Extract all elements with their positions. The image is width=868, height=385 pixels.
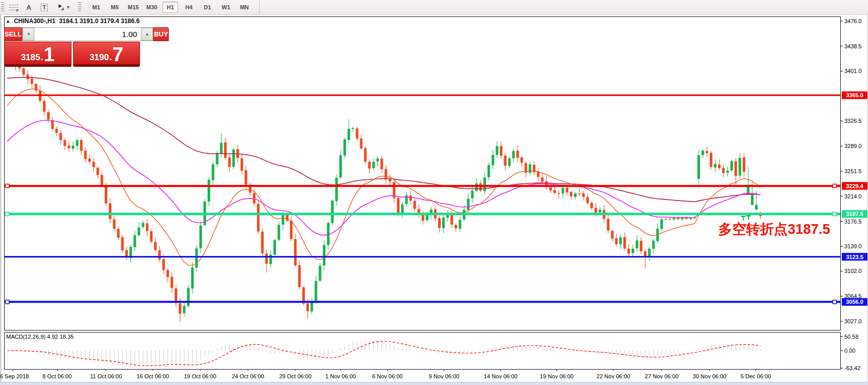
sell-price-sep: .	[41, 53, 43, 63]
candle-body	[373, 162, 375, 168]
toolbar-drag-handle-2[interactable]	[78, 2, 81, 12]
date-tick-label: 26 Sep 2018	[0, 373, 29, 379]
text-tool-icon: A	[26, 4, 31, 11]
chart-text-annotation[interactable]: 多空转折点3187.5	[718, 220, 830, 239]
timeframe-button-H4[interactable]: H4	[181, 2, 197, 13]
timeframe-button-M15[interactable]: M15	[126, 2, 141, 13]
candle-body	[377, 158, 379, 161]
candle-body	[751, 195, 754, 205]
candle-body	[628, 249, 630, 253]
date-tick-label: 19 Nov 06:00	[540, 373, 573, 379]
line-handle[interactable]	[833, 212, 837, 216]
collapse-panel-arrow[interactable]: ▲	[6, 19, 10, 24]
candle-body	[689, 218, 692, 219]
candle-body	[121, 237, 124, 251]
candle-body	[163, 259, 165, 270]
volume-input[interactable]	[34, 28, 141, 41]
buy-price-main: 3190	[90, 53, 109, 63]
timeframe-button-MN[interactable]: MN	[237, 2, 252, 13]
candle-body	[348, 129, 350, 140]
sell-price-tile[interactable]: 3185 . 1	[4, 42, 72, 67]
macd-indicator-label: MACD(12,26,9) 4.92 18.35	[6, 334, 74, 340]
price-label-text: 3365.0	[846, 92, 863, 98]
candle-body	[504, 156, 507, 166]
volume-increase-button[interactable]: ▲	[141, 28, 153, 41]
buy-price-tile[interactable]: 3190 . 7	[73, 42, 140, 67]
sell-button[interactable]: SELL	[4, 27, 22, 41]
candle-body	[611, 231, 614, 239]
candle-body	[171, 277, 173, 288]
candle-body	[117, 229, 120, 237]
candle-body	[298, 265, 301, 287]
candle-body	[640, 241, 643, 251]
toolbar: F A T ▾ M1M5M15M30H1H4D1W1MN	[0, 0, 868, 15]
candle-body	[150, 231, 153, 242]
price-tick-label: 3251.5	[844, 168, 862, 174]
buy-price-sep: .	[110, 53, 112, 63]
line-handle[interactable]	[833, 184, 837, 188]
candle-body	[743, 157, 746, 172]
line-handle[interactable]	[6, 184, 9, 188]
timeframe-button-M1[interactable]: M1	[88, 2, 104, 13]
date-tick-label: 19 Oct 06:00	[184, 373, 217, 379]
arrows-tool-button[interactable]: ▾	[55, 2, 72, 13]
date-tick-label: 1 Nov 06:00	[325, 373, 356, 379]
date-tick-label: 6 Nov 06:00	[372, 373, 402, 379]
candle-body	[257, 204, 260, 232]
candle-body	[648, 249, 651, 256]
candle-body	[636, 241, 639, 248]
toolbar-drag-handle[interactable]	[1, 2, 4, 12]
candle-body	[319, 266, 322, 281]
ma-16-line	[7, 89, 760, 265]
candle-body	[245, 170, 247, 185]
timeframe-button-M5[interactable]: M5	[107, 2, 122, 13]
sell-price-big-digit: 1	[44, 47, 55, 63]
timeframe-button-W1[interactable]: W1	[218, 2, 234, 13]
candle-body	[72, 145, 75, 149]
candle-body	[727, 171, 729, 173]
candle-body	[739, 158, 741, 175]
candle-body	[731, 161, 733, 170]
candle-body	[331, 200, 334, 223]
buy-button[interactable]: BUY	[153, 27, 168, 41]
price-axis: 3476.03438.53401.03326.53289.03251.53214…	[840, 18, 862, 371]
candle-body	[146, 224, 149, 231]
candle-body	[714, 164, 717, 168]
candle-body	[68, 145, 70, 148]
volume-decrease-button[interactable]: ▼	[23, 28, 34, 41]
chart-header: ▲ CHINA300-,H1 3184.1 3191.0 3179.4 3186…	[6, 17, 139, 25]
candle-body	[455, 225, 457, 229]
timeframe-button-D1[interactable]: D1	[200, 2, 215, 13]
price-tick-label: 3102.0	[844, 268, 862, 274]
one-click-trading-panel: SELL ▼ ▲ BUY 3185 . 1 3190 . 7	[4, 27, 140, 67]
line-handle[interactable]	[6, 300, 9, 304]
timeframe-button-H1[interactable]: H1	[163, 2, 178, 13]
label-tool-button[interactable]: T	[38, 2, 50, 13]
candle-body	[364, 148, 367, 161]
date-tick-label: 30 Nov 06:00	[693, 373, 726, 379]
macd-layer	[7, 340, 760, 367]
candle-body	[381, 159, 383, 169]
symbol-period-label: CHINA300-,H1	[14, 17, 56, 25]
date-tick-label: 27 Nov 06:00	[645, 373, 678, 379]
price-tick-label: 3214.0	[844, 193, 862, 199]
candle-body	[352, 128, 355, 129]
candle-body	[93, 162, 95, 168]
candle-body	[541, 177, 544, 182]
line-handle[interactable]	[6, 212, 9, 216]
text-tool-button[interactable]: A	[23, 2, 35, 13]
macd-plot-border	[5, 333, 841, 370]
candle-body	[459, 220, 462, 229]
candle-body	[294, 239, 297, 265]
candle-body	[216, 153, 219, 164]
candle-body	[710, 153, 713, 167]
mt4-window: 3476.03438.53401.03326.53289.03251.53214…	[0, 0, 868, 385]
volume-box: ▼ ▲	[22, 27, 153, 41]
line-handle[interactable]	[833, 300, 837, 304]
candle-body	[500, 146, 503, 156]
timeframe-button-M30[interactable]: M30	[144, 2, 160, 13]
candle-body	[241, 158, 243, 171]
price-label-text: 3123.5	[846, 254, 863, 260]
candle-body	[574, 193, 577, 197]
fibonacci-tool-button[interactable]: F	[7, 2, 20, 13]
